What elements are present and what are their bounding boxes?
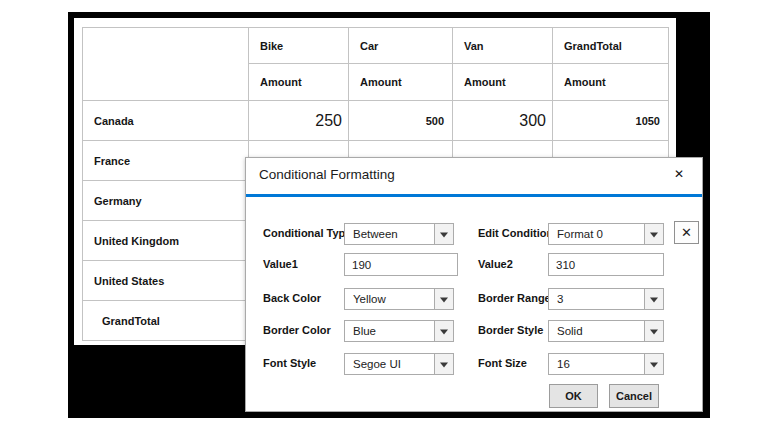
border-range-value: 3: [557, 289, 563, 309]
back-color-value: Yellow: [353, 289, 386, 309]
border-range-select[interactable]: 3: [548, 288, 664, 310]
conditional-formatting-dialog: Conditional Formatting ✕ Conditional Typ…: [245, 157, 703, 412]
border-color-select[interactable]: Blue: [344, 320, 454, 342]
column-header-van[interactable]: Van: [453, 28, 553, 64]
pivot-corner-cell: [83, 28, 249, 101]
edit-condition-value: Format 0: [557, 224, 603, 244]
font-style-select[interactable]: Segoe UI: [344, 353, 454, 375]
cancel-button[interactable]: Cancel: [609, 384, 659, 408]
chevron-down-icon[interactable]: [434, 289, 453, 309]
chevron-down-icon[interactable]: [644, 321, 663, 341]
dialog-close-icon[interactable]: ✕: [670, 165, 688, 183]
border-color-value: Blue: [353, 321, 376, 341]
border-range-label: Border Range: [478, 288, 551, 309]
cell-canada-bike-highlighted[interactable]: 250: [249, 101, 349, 141]
value1-input[interactable]: [344, 253, 458, 276]
row-label-france[interactable]: France: [83, 141, 249, 181]
value2-input[interactable]: [548, 253, 664, 276]
ok-button[interactable]: OK: [549, 384, 598, 408]
row-label-united-states[interactable]: United States: [83, 261, 249, 301]
back-color-select[interactable]: Yellow: [344, 288, 454, 310]
border-color-label: Border Color: [263, 320, 331, 341]
border-style-select[interactable]: Solid: [548, 320, 664, 342]
border-style-value: Solid: [557, 321, 583, 341]
cell-canada-van-highlighted[interactable]: 300: [453, 101, 553, 141]
dialog-title: Conditional Formatting: [259, 167, 395, 182]
column-header-bike[interactable]: Bike: [249, 28, 349, 64]
screenshot-canvas: Bike Car Van GrandTotal Amount Amount Am…: [0, 0, 781, 436]
remove-condition-button[interactable]: ✕: [674, 221, 699, 244]
chevron-down-icon[interactable]: [644, 224, 663, 244]
chevron-down-icon[interactable]: [434, 224, 453, 244]
column-header-grandtotal[interactable]: GrandTotal: [553, 28, 669, 64]
row-label-canada[interactable]: Canada: [83, 101, 249, 141]
measure-header-van[interactable]: Amount: [453, 64, 553, 101]
border-style-label: Border Style: [478, 320, 543, 341]
edit-condition-select[interactable]: Format 0: [548, 223, 664, 245]
font-style-label: Font Style: [263, 353, 316, 374]
row-label-germany[interactable]: Germany: [83, 181, 249, 221]
font-style-value: Segoe UI: [353, 354, 401, 374]
back-color-label: Back Color: [263, 288, 321, 309]
chevron-down-icon[interactable]: [644, 354, 663, 374]
chevron-down-icon[interactable]: [434, 321, 453, 341]
conditional-type-select[interactable]: Between: [344, 223, 454, 245]
value2-label: Value2: [478, 254, 513, 275]
value1-label: Value1: [263, 254, 298, 275]
chevron-down-icon[interactable]: [644, 289, 663, 309]
cell-canada-car[interactable]: 500: [349, 101, 453, 141]
column-header-car[interactable]: Car: [349, 28, 453, 64]
title-accent-divider: [246, 194, 702, 197]
font-size-label: Font Size: [478, 353, 527, 374]
row-label-united-kingdom[interactable]: United Kingdom: [83, 221, 249, 261]
measure-header-bike[interactable]: Amount: [249, 64, 349, 101]
conditional-type-label: Conditional Type: [263, 223, 351, 244]
measure-header-car[interactable]: Amount: [349, 64, 453, 101]
row-label-grandtotal[interactable]: GrandTotal: [83, 301, 249, 341]
close-icon: ✕: [681, 225, 692, 240]
font-size-value: 16: [557, 354, 570, 374]
table-row-canada: Canada 250 500 300 1050: [83, 101, 669, 141]
edit-condition-label: Edit Condition: [478, 223, 553, 244]
chevron-down-icon[interactable]: [434, 354, 453, 374]
cell-canada-grandtotal[interactable]: 1050: [553, 101, 669, 141]
conditional-type-value: Between: [353, 224, 398, 244]
font-size-select[interactable]: 16: [548, 353, 664, 375]
measure-header-grandtotal[interactable]: Amount: [553, 64, 669, 101]
